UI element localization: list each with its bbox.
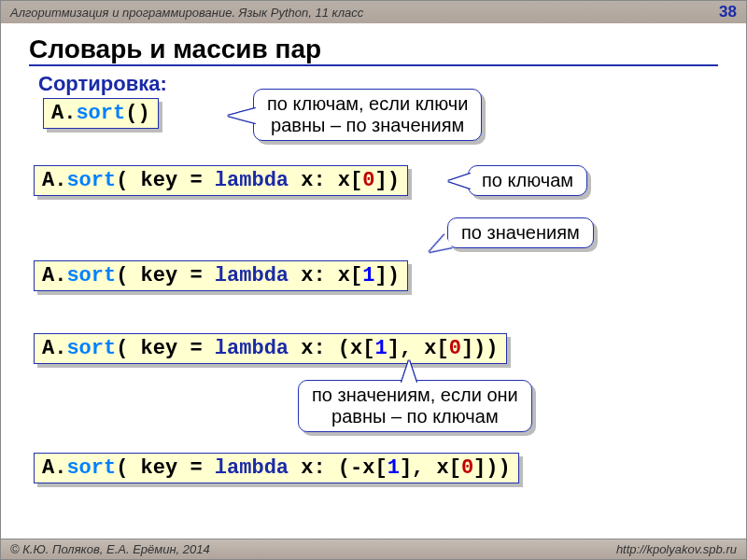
footer: © К.Ю. Поляков, Е.А. Ерёмин, 2014 http:/…: [1, 539, 746, 559]
slide-content: A.sort() по ключам, если ключи равны – п…: [1, 98, 746, 546]
code-sort-desc-value-then-key: A.sort( key = lambda x: (-x[1], x[0])): [34, 453, 519, 483]
callout-line: равны – по ключам: [312, 406, 518, 427]
callout-tail-icon: [228, 108, 256, 123]
footer-authors: © К.Ю. Поляков, Е.А. Ерёмин, 2014: [10, 542, 210, 556]
callout-by-value: по значениям: [447, 217, 594, 248]
callout-line: по значениям: [461, 222, 580, 243]
code-sort-value-then-key: A.sort( key = lambda x: (x[1], x[0])): [34, 333, 507, 364]
callout-default: по ключам, если ключи равны – по значени…: [253, 89, 482, 141]
callout-by-key: по ключам: [468, 165, 587, 196]
callout-tail-icon: [426, 234, 453, 259]
callout-line: равны – по значениям: [267, 115, 468, 136]
topbar: Алгоритмизация и программирование. Язык …: [1, 1, 746, 23]
course-title: Алгоритмизация и программирование. Язык …: [10, 6, 363, 20]
callout-line: по значениям, если они: [312, 385, 518, 406]
code-sort-by-key: A.sort( key = lambda x: x[0]): [34, 165, 408, 196]
callout-value-then-key: по значениям, если они равны – по ключам: [298, 380, 532, 432]
callout-tail-icon: [448, 174, 471, 189]
footer-url: http://kpolyakov.spb.ru: [616, 542, 737, 556]
page-number: 38: [719, 3, 737, 21]
code-sort-by-value: A.sort( key = lambda x: x[1]): [34, 260, 408, 291]
callout-line: по ключам: [482, 170, 573, 190]
callout-line: по ключам, если ключи: [267, 93, 468, 115]
code-sort-default: A.sort(): [43, 98, 159, 129]
slide-title: Словарь и массив пар: [29, 35, 718, 66]
callout-tail-icon: [402, 360, 416, 383]
